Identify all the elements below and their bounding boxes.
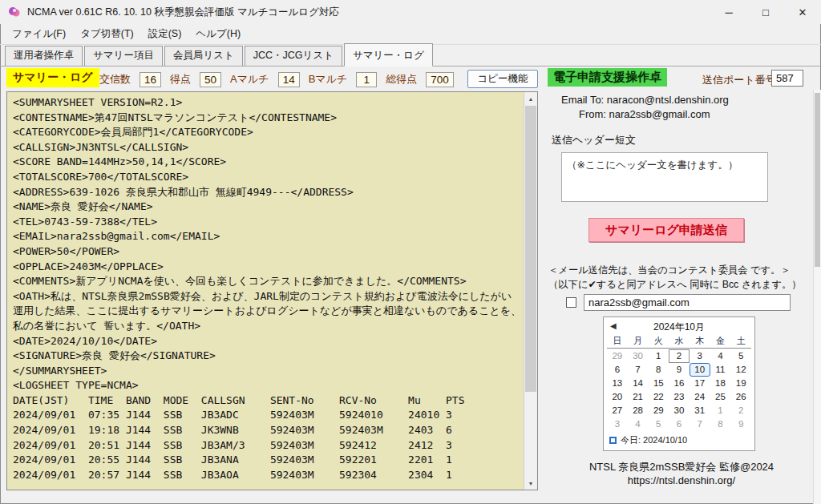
calendar-day-header: 月 xyxy=(628,335,649,347)
window-controls: ─ □ ✕ xyxy=(710,0,821,24)
calendar-date-cell[interactable]: 13 xyxy=(607,377,628,390)
tab-operator-console[interactable]: 運用者操作卓 xyxy=(5,46,83,67)
close-button[interactable]: ✕ xyxy=(784,0,821,24)
calendar-date-cell[interactable]: 30 xyxy=(669,404,690,417)
calendar-date-cell[interactable]: 19 xyxy=(730,377,751,390)
calendar-date-cell[interactable]: 6 xyxy=(669,417,690,431)
calendar-date-cell[interactable]: 5 xyxy=(648,417,669,431)
log-scrollbar[interactable]: ▲ ▼ xyxy=(524,92,537,490)
calendar-date-cell[interactable]: 1 xyxy=(648,349,669,363)
stats-row: 交信数16得点50Aマルチ14Bマルチ1総得点700 xyxy=(99,70,454,89)
calendar-date-cell[interactable]: 7 xyxy=(628,363,649,377)
email-to-address: naracon@ntsl.denshin.org xyxy=(607,94,729,106)
app-icon xyxy=(8,6,21,18)
calendar-date-cell[interactable]: 10 xyxy=(690,363,710,377)
calendar-date-cell[interactable]: 15 xyxy=(648,377,669,390)
send-port-field[interactable]: 587 xyxy=(771,70,803,87)
bcc-checkbox[interactable] xyxy=(566,297,576,308)
calendar-date-cell[interactable]: 3 xyxy=(607,417,628,431)
calendar-day-headers: 日月火水木金土 xyxy=(607,335,751,349)
tab-summary-log[interactable]: サマリー・ログ xyxy=(344,43,433,67)
calendar-date-cell[interactable]: 8 xyxy=(710,417,731,431)
calendar-date-cell[interactable]: 26 xyxy=(730,390,751,404)
tab-member-list[interactable]: 会員局リスト xyxy=(164,46,243,67)
calendar-day-header: 土 xyxy=(730,335,751,347)
calendar-date-cell[interactable]: 12 xyxy=(730,363,751,377)
calendar-date-cell[interactable]: 5 xyxy=(730,349,751,363)
calendar-date-cell[interactable]: 21 xyxy=(628,390,649,404)
calendar-date-cell[interactable]: 2 xyxy=(669,349,690,363)
stat-label-0: 交信数 xyxy=(99,72,131,87)
stat-value-1: 50 xyxy=(200,72,221,87)
calendar-date-cell[interactable]: 22 xyxy=(648,390,669,404)
stat-value-0: 16 xyxy=(140,72,161,87)
calendar-date-cell[interactable]: 9 xyxy=(669,363,690,377)
calendar-date-cell[interactable]: 7 xyxy=(690,417,710,431)
calendar-date-cell[interactable]: 1 xyxy=(710,404,731,417)
calendar-month-label[interactable]: 2024年10月 xyxy=(653,321,705,334)
calendar-grid: 2930123456789101112131415161718192021222… xyxy=(607,349,751,431)
calendar-date-cell[interactable]: 3 xyxy=(690,349,710,363)
summary-log-area: ▲ ▼ xyxy=(6,91,538,490)
website-url: https://ntsl.denshin.org/ xyxy=(553,474,810,486)
stat-label-2: Aマルチ xyxy=(230,72,269,87)
stat-value-3: 1 xyxy=(356,72,377,87)
calendar-date-cell[interactable]: 25 xyxy=(710,390,731,404)
calendar-date-cell[interactable]: 2 xyxy=(730,404,751,417)
calendar-date-cell[interactable]: 4 xyxy=(628,417,649,431)
send-header-input[interactable]: （※ここにヘッダー文を書けます。） xyxy=(561,152,768,202)
calendar-date-cell[interactable]: 29 xyxy=(648,404,669,417)
send-summary-log-button[interactable]: サマリーログ申請送信 xyxy=(588,218,744,242)
calendar-date-cell[interactable]: 30 xyxy=(628,349,649,363)
calendar-prev-icon[interactable]: ◀ xyxy=(610,321,617,330)
calendar-date-cell[interactable]: 9 xyxy=(730,417,751,431)
maximize-button[interactable]: □ xyxy=(747,0,784,24)
summary-log-title: サマリー・ログ xyxy=(6,68,99,87)
calendar-date-cell[interactable]: 23 xyxy=(669,390,690,404)
bcc-address-input[interactable] xyxy=(584,294,791,311)
calendar-date-cell[interactable]: 16 xyxy=(669,377,690,390)
scroll-down-icon[interactable]: ▼ xyxy=(524,477,537,490)
stat-label-1: 得点 xyxy=(170,72,191,87)
minimize-button[interactable]: ─ xyxy=(710,0,747,24)
menu-item-help[interactable]: ヘルプ(H) xyxy=(188,24,248,44)
calendar-date-cell[interactable]: 20 xyxy=(607,390,628,404)
calendar-date-cell[interactable]: 28 xyxy=(628,404,649,417)
copy-button[interactable]: コピー機能 xyxy=(467,70,538,88)
window-scrollbar[interactable] xyxy=(813,90,821,504)
calendar-day-header: 金 xyxy=(710,335,731,347)
calendar-date-cell[interactable]: 24 xyxy=(690,390,710,404)
calendar-date-cell[interactable]: 4 xyxy=(710,349,731,363)
calendar-date-cell[interactable]: 29 xyxy=(607,349,628,363)
menu-bar: ファイル(F)タブ切替(T)設定(S)ヘルプ(H) xyxy=(0,24,821,45)
menu-item-settings[interactable]: 設定(S) xyxy=(141,24,189,44)
today-marker-icon xyxy=(609,437,617,444)
tab-jcc-jcg-list[interactable]: JCC・JCGリスト xyxy=(245,46,342,67)
email-from-label: From: xyxy=(579,108,606,120)
calendar-date-cell[interactable]: 17 xyxy=(690,377,710,390)
calendar-day-header: 日 xyxy=(607,335,628,347)
calendar-day-header: 水 xyxy=(669,335,690,347)
calendar-date-cell[interactable]: 11 xyxy=(710,363,731,377)
month-calendar: ◀ 2024年10月 日月火水木金土 293012345678910111213… xyxy=(603,317,755,451)
calendar-today-label[interactable]: 今日: 2024/10/10 xyxy=(621,434,687,446)
tab-summary-items[interactable]: サマリー項目 xyxy=(84,46,163,67)
supervisor-credit: NTSL 奈良県2mSSB愛好会 監修@2024 xyxy=(553,460,810,474)
calendar-date-cell[interactable]: 8 xyxy=(648,363,669,377)
window-title: NCMA ver 0.61C R6. 10. 10 秋季懇親会評価版 マルチコー… xyxy=(27,6,339,19)
calendar-day-header: 火 xyxy=(648,335,669,347)
calendar-date-cell[interactable]: 14 xyxy=(628,377,649,390)
calendar-date-cell[interactable]: 6 xyxy=(607,363,628,377)
stat-label-4: 総得点 xyxy=(386,72,417,87)
calendar-date-cell[interactable]: 31 xyxy=(690,404,710,417)
menu-item-tab-switch[interactable]: タブ切替(T) xyxy=(73,24,141,44)
email-panel-title: 電子申請支援操作卓 xyxy=(548,68,667,87)
calendar-date-cell[interactable]: 18 xyxy=(710,377,731,390)
summary-log-textarea[interactable] xyxy=(7,92,524,490)
window-scrollbar-thumb[interactable] xyxy=(815,93,820,267)
menu-item-file[interactable]: ファイル(F) xyxy=(5,24,73,44)
scroll-up-icon[interactable]: ▲ xyxy=(524,92,537,105)
log-scrollbar-thumb[interactable] xyxy=(525,106,536,392)
calendar-date-cell[interactable]: 27 xyxy=(607,404,628,417)
titlebar: NCMA ver 0.61C R6. 10. 10 秋季懇親会評価版 マルチコー… xyxy=(0,0,821,24)
